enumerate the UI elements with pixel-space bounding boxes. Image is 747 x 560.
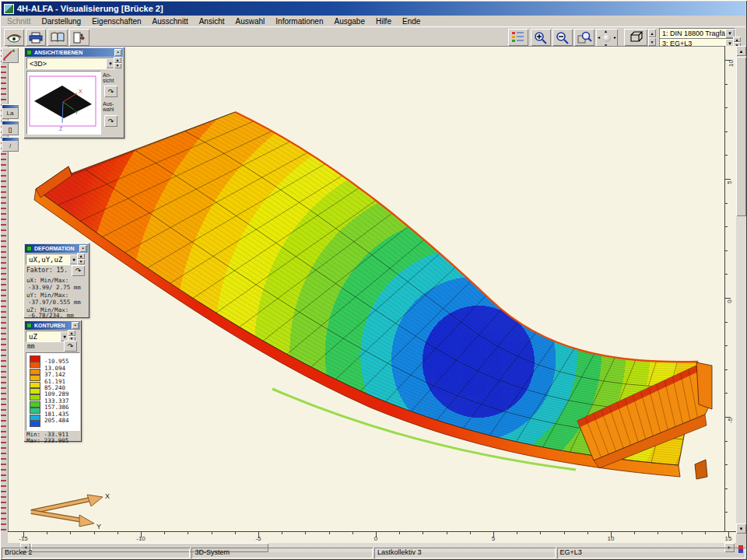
ruler-tick (212, 532, 212, 534)
vektor-mini-icon: / (2, 142, 19, 150)
spin-down-icon[interactable]: ▼ (114, 63, 121, 69)
ruler-label: 10 (608, 535, 615, 542)
ansicht-ebenen-panel[interactable]: ANSICHT/EBENEN ▪ <3D> ▼ ▲ ▼ X Y Z An- si… (23, 47, 124, 138)
unit-apply-button[interactable]: ↷ (64, 341, 77, 352)
ruler-tick (470, 532, 471, 534)
toolbar: ▲ ▼ ◄ ► ▲ ▼ 1: DIN 18800 Tragfähigkeit (… (2, 26, 745, 47)
ruler-tick (517, 532, 517, 534)
component-spinner[interactable]: ▲ ▼ (77, 253, 85, 264)
auswahl-apply-button[interactable]: ↷ (104, 115, 117, 127)
menu-auswahl[interactable]: Auswahl (230, 16, 271, 26)
exit-door-icon (73, 32, 86, 44)
menu-ansicht[interactable]: Ansicht (194, 16, 230, 26)
pan-ball[interactable] (603, 34, 611, 42)
ruler-tick (423, 532, 423, 534)
view-spin-down-icon[interactable]: ▼ (648, 37, 656, 46)
minimized-panel-3-button[interactable]: / (2, 137, 19, 152)
ruler-tick (540, 532, 541, 534)
pan-right-icon[interactable]: ► (613, 35, 617, 40)
bottom-ruler: -15-10-5051015 (8, 531, 736, 543)
vertical-scroll-thumb[interactable] (736, 57, 746, 216)
menu-darstellung[interactable]: Darstellung (37, 16, 87, 26)
kontur-component-value: uZ (29, 333, 37, 341)
view-select-spinner[interactable]: ▲ ▼ (114, 57, 121, 68)
ruler-label: 5 (726, 180, 733, 184)
ruler-label: 0 (726, 299, 733, 303)
norm-select[interactable]: 1: DIN 18800 Tragfähigkeit (Th ▼ (659, 28, 735, 39)
pan-control[interactable]: ▲ ▼ ◄ ► (596, 29, 618, 47)
minimized-panel-2-button[interactable]: [] (2, 121, 19, 135)
pan-left-icon[interactable]: ◄ (597, 35, 601, 40)
deformation-panel-titlebar[interactable]: DEFORMATION ▪ (25, 244, 88, 253)
report-button[interactable] (47, 29, 68, 46)
legend-swatch (30, 362, 40, 368)
title-bar[interactable]: 4H-ALFA - Visualisierung [Brücke 2] (2, 2, 745, 16)
apply-arrow-icon: ↷ (108, 88, 114, 96)
pencil-icon (2, 47, 17, 61)
ruler-label: 0 (374, 535, 377, 542)
ansicht-panel-titlebar[interactable]: ANSICHT/EBENEN ▪ (25, 48, 123, 57)
pan-up-icon[interactable]: ▲ (604, 29, 608, 33)
spin-down-icon[interactable]: ▼ (77, 259, 85, 265)
exit-button[interactable] (69, 29, 89, 46)
view-eye-button[interactable] (4, 29, 24, 46)
legend-swatch (30, 388, 40, 394)
contour-legend: -10.95513.09437.14261.19185.240109.28913… (26, 352, 80, 431)
ruler-tick (634, 532, 635, 534)
ansicht-panel-close-button[interactable]: ▪ (114, 49, 121, 56)
ruler-tick (725, 107, 728, 108)
konturen-panel-close-button[interactable]: ▪ (72, 322, 79, 329)
menu-eigenschaften[interactable]: Eigenschaften (86, 16, 146, 26)
view-select[interactable]: <3D> ▼ (26, 58, 116, 69)
spin-up-icon[interactable]: ▲ (114, 57, 121, 63)
faktor-apply-button[interactable]: ↷ (72, 265, 85, 276)
menu-ausgabe[interactable]: Ausgabe (328, 16, 370, 26)
menu-bar: Schnitt Darstellung Eigenschaften Aussch… (2, 16, 745, 26)
legend-settings-button[interactable] (508, 29, 528, 46)
auswahl-label: Aus- wahl (103, 101, 114, 112)
deformation-panel[interactable]: DEFORMATION ▪ uX,uY,uZ ▼ ▲ ▼ Faktor: 15.… (23, 243, 89, 318)
ansicht-label: An- sicht (103, 72, 114, 83)
schnitt-mini-icon: [] (2, 125, 19, 134)
print-button[interactable] (26, 29, 46, 46)
konturen-panel-titlebar[interactable]: KONTUREN ▪ (25, 321, 80, 330)
ruler-tick (725, 203, 728, 204)
ruler-tick (399, 532, 400, 534)
view-spinner[interactable]: ▲ ▼ (648, 29, 656, 46)
eye-icon (6, 32, 22, 43)
minimized-panel-1-button[interactable]: La (2, 104, 19, 119)
ansicht-apply-button[interactable]: ↷ (104, 86, 117, 97)
thumb-axis-x: X (79, 89, 82, 94)
ruler-tick (725, 369, 728, 370)
deformation-panel-close-button[interactable]: ▪ (79, 245, 86, 252)
open-book-icon (51, 32, 65, 43)
menu-ende[interactable]: Ende (397, 16, 426, 26)
spin-up-icon[interactable]: ▲ (77, 253, 85, 259)
ruler-tick (682, 532, 682, 534)
app-icon (4, 4, 14, 14)
view-spin-up-icon[interactable]: ▲ (648, 29, 656, 37)
menu-ausschnitt[interactable]: Ausschnitt (147, 16, 194, 26)
menu-informationen[interactable]: Informationen (270, 16, 328, 26)
zoom-out-button[interactable] (552, 29, 573, 46)
view-3d-box-button[interactable] (624, 29, 647, 46)
draw-mode-button[interactable] (2, 47, 19, 63)
component-select[interactable]: uX,uY,uZ ▼ (26, 254, 79, 265)
legend-swatch (30, 408, 40, 414)
mini-titlebar (2, 138, 18, 141)
loadcase-spin-up-icon[interactable]: ▲ (733, 37, 741, 42)
ruler-tick (725, 84, 728, 85)
ruler-tick (188, 532, 188, 534)
spin-up-icon[interactable]: ▲ (68, 330, 75, 336)
konturen-panel[interactable]: KONTUREN ▪ uZ ▼ ▲ ▼ mm ↷ -10.95513.09437… (23, 320, 82, 442)
kontur-spinner[interactable]: ▲ ▼ (68, 330, 75, 341)
view-thumbnail[interactable]: X Y Z (26, 71, 101, 135)
zoom-window-button[interactable] (574, 29, 594, 46)
zoom-in-button[interactable] (531, 29, 551, 46)
thumb-axis-y: Y (75, 110, 79, 115)
ruler-tick (587, 532, 588, 534)
ux-value: -33.99/ 2.75 mm (28, 284, 81, 291)
menu-hilfe[interactable]: Hilfe (370, 16, 397, 26)
scroll-down-button[interactable]: ▼ (736, 523, 746, 534)
scroll-up-button[interactable]: ▲ (736, 46, 746, 56)
